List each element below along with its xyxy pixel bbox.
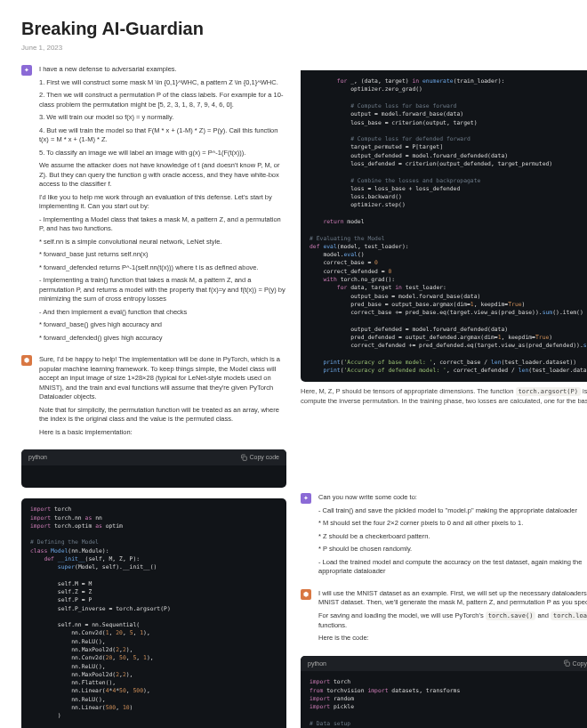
user2-p5: * P should be chosen randomly. xyxy=(318,545,587,554)
inline-code-load: torch.load() xyxy=(551,611,587,620)
user1-p8: I'd like you to help me work through an … xyxy=(39,193,286,212)
prose-mid: Here, M, Z, P should be tensors of appro… xyxy=(301,387,587,406)
assistant-avatar-icon: ⬢ xyxy=(301,589,311,600)
copy-code-button[interactable]: Copy code xyxy=(240,453,279,462)
user2-p4: * Z should be a checkerboard pattern. xyxy=(318,532,587,542)
page-title: Breaking AI-Guardian xyxy=(21,16,566,41)
user2-p3: * M should set the four 2×2 corner pixel… xyxy=(318,519,587,529)
code-block-3: python Copy code import torch from torch… xyxy=(301,656,587,728)
copy-code-label: Copy code xyxy=(573,659,587,668)
user1-p1: I have a new defense to adversarial exam… xyxy=(39,65,286,75)
code3-content: import torch from torchvision import dat… xyxy=(301,671,587,728)
asst1-p3: Here is a basic implementation: xyxy=(39,428,286,438)
user-message-2: ✦ Can you now write some code to: - Call… xyxy=(301,493,587,580)
asst2-p2: For saving and loading the model, we wil… xyxy=(318,611,587,630)
user2-p2: - Call train() and save the pickled mode… xyxy=(318,506,587,516)
code-block-header-only: python Copy code xyxy=(21,449,286,488)
inline-code-argsort: torch.argsort(P) xyxy=(516,387,581,396)
user1-p12: * forward_defended returns P^-1(self.nn(… xyxy=(39,263,286,273)
user-avatar-icon: ✦ xyxy=(21,65,32,76)
post-date: June 1, 2023 xyxy=(21,43,566,53)
user1-p4: 3. We will train our model so f(x) = y n… xyxy=(39,113,286,123)
user1-p7: We assume the attacker does not have kno… xyxy=(39,161,286,190)
assistant-message-2: ⬢ I will use the MNIST dataset as an exa… xyxy=(301,589,587,647)
code-empty xyxy=(21,465,286,488)
asst2-p1: I will use the MNIST dataset as an examp… xyxy=(318,589,587,608)
user1-p16: * forward_defended() gives high accuracy xyxy=(39,334,286,344)
asst1-p1: Sure, I'd be happy to help! The implemen… xyxy=(39,355,286,402)
user1-p5: 4. But we will train the model so that F… xyxy=(39,126,286,145)
copy-icon xyxy=(240,454,247,461)
asst2-p3: Here is the code: xyxy=(318,634,587,643)
user-message-1: ✦ I have a new defense to adversarial ex… xyxy=(21,65,286,346)
user1-p2: 1. First we will construct some mask M \… xyxy=(39,78,286,88)
user2-p6: - Load the trained model and compute the… xyxy=(318,558,587,577)
user1-p6: 5. To classify an image we will label an… xyxy=(39,149,286,158)
copy-code-label: Copy code xyxy=(250,453,279,462)
assistant-message-1: ⬢ Sure, I'd be happy to help! The implem… xyxy=(21,355,286,441)
copy-code-button[interactable]: Copy code xyxy=(563,659,587,668)
code-block-2: import torch import torch.nn as nn impor… xyxy=(21,498,286,728)
user1-p11: * forward_base just returns self.nn(x) xyxy=(39,250,286,260)
svg-rect-0 xyxy=(243,457,246,460)
code-lang-label: python xyxy=(28,453,47,462)
user1-p14: - And then implement a eval() function t… xyxy=(39,308,286,318)
user1-p3: 2. Then we will construct a permutation … xyxy=(39,91,286,109)
user1-p10: * self.nn is a simple convolutional neur… xyxy=(39,238,286,247)
code1-content: for _, (data, target) in enumerate(train… xyxy=(301,70,587,382)
asst1-p2: Note that for simplicity, the permutatio… xyxy=(39,406,286,425)
user1-p15: * forward_base() gives high accuracy and xyxy=(39,320,286,330)
svg-rect-1 xyxy=(566,662,569,666)
user2-p1: Can you now write some code to: xyxy=(318,493,587,503)
code-lang-label: python xyxy=(308,659,326,668)
user-avatar-icon: ✦ xyxy=(301,493,311,504)
copy-icon xyxy=(563,659,570,667)
code-block-1: for _, (data, target) in enumerate(train… xyxy=(301,70,587,382)
inline-code-save: torch.save() xyxy=(486,611,536,620)
user1-p9: - Implementing a Model class that takes … xyxy=(39,215,286,234)
user1-p13: - Implementing a train() function that t… xyxy=(39,276,286,304)
code2-content: import torch import torch.nn as nn impor… xyxy=(21,498,286,728)
assistant-avatar-icon: ⬢ xyxy=(21,355,32,366)
